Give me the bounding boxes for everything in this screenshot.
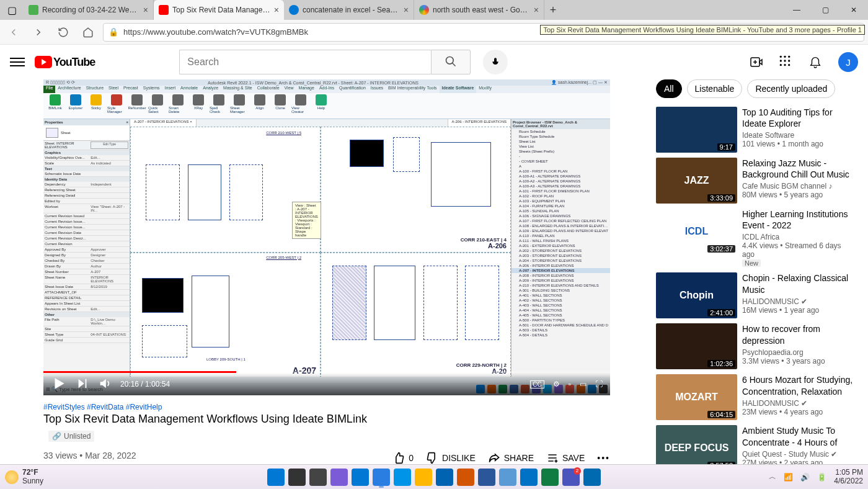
primary-column: R ▯▯▯▯▯▯ ⟲ ⟳ Autodesk Revit 2022.1 - ISW… xyxy=(43,79,652,464)
taskbar-app[interactable] xyxy=(352,469,369,486)
tab-close-icon[interactable]: × xyxy=(404,5,409,15)
notifications-icon[interactable] xyxy=(808,55,823,70)
maximize-button[interactable]: ▢ xyxy=(811,0,839,20)
browser-tab[interactable]: Recording of 03-24-22 Webinar × xyxy=(24,0,154,20)
taskbar-app[interactable] xyxy=(330,469,348,486)
svg-point-6 xyxy=(784,60,786,61)
taskbar-app[interactable]: 2 xyxy=(562,469,580,486)
volume-icon[interactable]: 🔊 xyxy=(800,473,810,482)
browser-titlebar: ▢ Recording of 03-24-22 Webinar × Top Si… xyxy=(0,0,868,20)
window-controls: ― ▢ ✕ xyxy=(782,0,868,20)
refresh-button[interactable] xyxy=(53,22,73,42)
clock[interactable]: 1:05 PM4/6/2022 xyxy=(834,469,863,485)
tab-close-icon[interactable]: × xyxy=(274,5,279,15)
svg-point-0 xyxy=(446,56,454,64)
save-button[interactable]: SAVE xyxy=(546,452,585,464)
revit-title: Autodesk Revit 2022.1 - ISW Demo_Arch & … xyxy=(208,81,418,85)
taskbar-app[interactable] xyxy=(583,469,601,486)
taskbar-app[interactable] xyxy=(373,469,390,486)
taskbar-app[interactable] xyxy=(457,469,474,486)
ribbon-tabs: FileArchitectureStructureSteelPrecastSys… xyxy=(43,86,610,93)
play-logo-icon xyxy=(35,56,52,68)
url-text: https://www.youtube.com/watch?v=VUTK8gmB… xyxy=(123,27,308,37)
time-display: 20:16 / 1:00:54 xyxy=(120,380,170,388)
svg-point-2 xyxy=(780,56,782,58)
ribbon: BIMLinkExplorerStickyStyle ManagerReNumb… xyxy=(43,93,610,119)
svg-point-10 xyxy=(788,64,790,66)
close-button[interactable]: ✕ xyxy=(839,0,868,20)
taskbar-app[interactable] xyxy=(267,469,285,486)
tab-actions-icon[interactable]: ▢ xyxy=(4,2,20,18)
battery-icon[interactable]: 🔋 xyxy=(817,473,826,482)
taskbar-app[interactable] xyxy=(415,469,432,486)
related-item[interactable]: MOZART6:04:15 6 Hours Mozart for Studyin… xyxy=(656,374,853,420)
taskbar-app[interactable] xyxy=(394,469,411,486)
forward-button[interactable] xyxy=(29,22,48,42)
logo-text: YouTube xyxy=(53,56,95,69)
favicon-icon xyxy=(419,5,429,15)
related-item[interactable]: Chopin2:41:00 Chopin - Relaxing Classica… xyxy=(656,272,853,318)
home-button[interactable] xyxy=(78,22,98,42)
svg-point-5 xyxy=(780,60,782,61)
search-input[interactable] xyxy=(179,50,431,74)
project-browser: Project Browser - ISW Demo_Arch & Const_… xyxy=(511,119,610,378)
related-item[interactable]: DEEP FOCUS3:57:52 Ambient Study Music To… xyxy=(656,425,853,464)
create-icon[interactable] xyxy=(749,55,764,70)
tab-title: concatenate in excel - Search xyxy=(303,6,400,14)
volume-button[interactable] xyxy=(98,377,112,392)
search-button[interactable] xyxy=(431,50,471,74)
taskbar-app[interactable] xyxy=(520,469,538,486)
dislike-button[interactable]: DISLIKE xyxy=(426,452,476,464)
fullscreen-icon[interactable]: ⛶ xyxy=(595,380,603,388)
video-metadata: #RevitStyles #RevitData #RevitHelp Top S… xyxy=(43,395,610,464)
browser-tab[interactable]: concatenate in excel - Search × xyxy=(284,0,414,20)
avatar[interactable]: J xyxy=(838,52,858,72)
back-button[interactable] xyxy=(4,22,24,42)
drawing-canvas: A-207 - INTERIOR ELEVATIONS × A-206 - IN… xyxy=(130,119,511,378)
minimize-button[interactable]: ― xyxy=(782,0,811,20)
wifi-icon[interactable]: 📶 xyxy=(784,473,793,482)
captions-button[interactable]: CC xyxy=(530,380,544,388)
sun-icon xyxy=(5,470,19,484)
voice-search-button[interactable] xyxy=(483,50,508,74)
video-player[interactable]: R ▯▯▯▯▯▯ ⟲ ⟳ Autodesk Revit 2022.1 - ISW… xyxy=(43,79,610,395)
url-input[interactable]: 🔒 https://www.youtube.com/watch?v=VUTK8g… xyxy=(103,23,864,42)
related-item[interactable]: ICDL3:02:37 Higher Learning Institutions… xyxy=(656,209,853,267)
taskbar-app[interactable] xyxy=(499,469,516,486)
views-date: 33 views • Mar 28, 2022 xyxy=(43,451,136,460)
browser-tab[interactable]: north south east west - Google S × xyxy=(414,0,544,20)
taskbar-app[interactable] xyxy=(309,469,327,486)
related-item[interactable]: 1:02:36 How to recover from depressionPs… xyxy=(656,323,853,369)
filter-chips: All Listenable Recently uploaded xyxy=(656,79,853,98)
tab-close-icon[interactable]: × xyxy=(534,5,539,15)
tray-chevron-icon[interactable]: ︿ xyxy=(769,472,776,482)
related-item[interactable]: 9:17 Top 10 Auditing Tips for Ideate Exp… xyxy=(656,107,853,153)
browser-tab-active[interactable]: Top Six Revit Data Management × xyxy=(154,0,284,20)
share-button[interactable]: SHARE xyxy=(488,452,534,464)
player-controls: 20:16 / 1:00:54 CC ⚙ ▫ ▭ ⛶ xyxy=(43,373,610,395)
new-tab-button[interactable]: + xyxy=(544,0,562,20)
miniplayer-icon[interactable]: ▫ xyxy=(569,380,571,388)
apps-icon[interactable] xyxy=(779,55,794,70)
taskbar-app[interactable] xyxy=(436,469,453,486)
chip-listenable[interactable]: Listenable xyxy=(687,79,743,98)
chip-recent[interactable]: Recently uploaded xyxy=(747,79,835,98)
taskbar-app[interactable] xyxy=(288,469,306,486)
related-videos: 9:17 Top 10 Auditing Tips for Ideate Exp… xyxy=(656,107,853,464)
next-button[interactable] xyxy=(76,377,89,392)
video-title: Top Six Revit Data Management Workflows … xyxy=(43,413,610,426)
hashtags-link[interactable]: #RevitStyles #RevitData #RevitHelp xyxy=(43,403,610,411)
youtube-logo[interactable]: YouTube xyxy=(35,56,95,69)
menu-icon[interactable] xyxy=(10,55,25,70)
related-item[interactable]: JAZZ3:33:09 Relaxing Jazz Music - Backgr… xyxy=(656,158,853,204)
taskbar-app[interactable] xyxy=(478,469,495,486)
like-button[interactable]: 0 xyxy=(392,452,414,464)
weather-widget[interactable]: 72°FSunny xyxy=(5,469,43,485)
play-button[interactable] xyxy=(51,375,67,393)
more-actions-button[interactable]: ••• xyxy=(597,453,610,463)
settings-icon[interactable]: ⚙ xyxy=(553,380,560,388)
chip-all[interactable]: All xyxy=(656,79,682,98)
tab-close-icon[interactable]: × xyxy=(143,5,148,15)
theater-icon[interactable]: ▭ xyxy=(580,380,587,388)
taskbar-app[interactable] xyxy=(541,469,559,486)
